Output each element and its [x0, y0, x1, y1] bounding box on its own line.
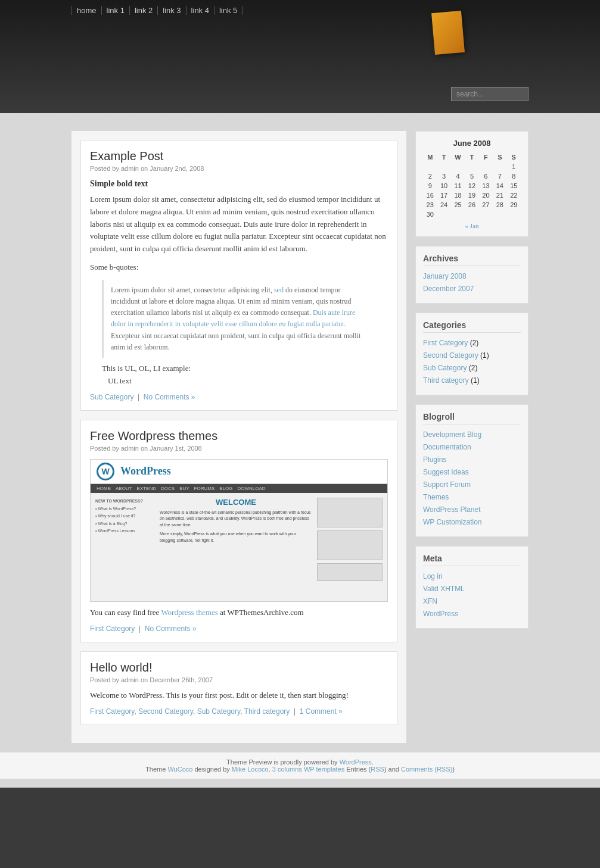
cal-prev-link[interactable]: « Jan — [465, 222, 479, 229]
post-cat-link-3d[interactable]: Third category — [244, 707, 290, 716]
post-image: W WordPress HOME ABOUT EXTEND DOCS BUY F… — [90, 459, 388, 602]
post-meta: Posted by admin on January 2nd, 2008 — [90, 165, 388, 172]
list-label: This is UL, OL, LI example: — [102, 364, 191, 373]
post-cat-link-3c[interactable]: Sub Category — [197, 707, 241, 716]
blockquote-link[interactable]: sed — [274, 286, 284, 294]
meta-item-wordpress: WordPress — [423, 608, 521, 619]
cal-week-5: 23 24 25 26 27 28 29 — [423, 200, 521, 210]
footer-3col-link[interactable]: 3 columns WP templates — [272, 766, 344, 773]
blogroll-link-plugins[interactable]: Plugins — [423, 455, 446, 464]
footer-theme-link[interactable]: WuCoco — [167, 766, 192, 773]
meta-list: Log in Valid XHTML XFN WordPress — [423, 571, 521, 619]
post-example: Example Post Posted by admin on January … — [80, 140, 397, 411]
blockquote-link2[interactable]: Duis aute irure dolor in reprehenderit i… — [111, 308, 355, 328]
archive-link-dec[interactable]: December 2007 — [423, 285, 474, 293]
nav-link4[interactable]: link 4 — [186, 6, 214, 15]
nav-link1[interactable]: link 1 — [102, 6, 130, 15]
meta-link-login[interactable]: Log in — [423, 572, 443, 580]
meta-link-xfn[interactable]: XFN — [423, 597, 437, 605]
blogroll-item-support: Support Forum — [423, 479, 521, 490]
blogroll-link-planet[interactable]: WordPress Planet — [423, 505, 481, 514]
cal-header-f: F — [479, 152, 493, 162]
nav-home[interactable]: home — [71, 6, 102, 15]
category-link-sub[interactable]: Sub Category — [423, 364, 467, 372]
blogroll-link-suggest[interactable]: Suggest Ideas — [423, 468, 469, 476]
header: home link 1 link 2 link 3 link 4 link 5 — [0, 0, 600, 113]
ul-item: UL text — [108, 376, 388, 386]
category-item-sub: Sub Category (2) — [423, 363, 521, 373]
footer-author-link[interactable]: Mike Lococo — [232, 766, 269, 773]
post-footer-2: First Category | No Comments » — [90, 625, 388, 633]
cal-week-4: 16 17 18 19 20 21 22 — [423, 191, 521, 200]
wp-nav: HOME ABOUT EXTEND DOCS BUY FORUMS BLOG D… — [91, 484, 387, 493]
blogroll-item-docs: Documentation — [423, 442, 521, 452]
wp-logo-text: WordPress — [120, 465, 171, 477]
post-footer: Sub Category | No Comments » — [90, 393, 388, 401]
post-footer-3: First Category, Second Category, Sub Cat… — [90, 707, 388, 716]
category-item-first: First Category (2) — [423, 338, 521, 348]
nav-link5[interactable]: link 5 — [214, 6, 243, 15]
blogroll-link-themes[interactable]: Themes — [423, 493, 449, 501]
footer-wp-link[interactable]: WordPress — [340, 758, 372, 766]
post-meta-3: Posted by admin on December 26th, 2007 — [90, 676, 388, 683]
post-cat-link-3a[interactable]: First Category — [90, 707, 134, 716]
blogroll-item-wpcustom: WP Customization — [423, 517, 521, 527]
post-cat-link-3b[interactable]: Second Category — [138, 707, 193, 716]
category-count-second: (1) — [480, 351, 489, 360]
categories-widget: Categories First Category (2) Second Cat… — [415, 313, 529, 395]
blogroll-link-dev[interactable]: Development Blog — [423, 430, 481, 439]
wordpress-themes-link[interactable]: Wordpress themes — [161, 608, 217, 617]
search-input[interactable] — [451, 87, 529, 101]
nav-link3[interactable]: link 3 — [158, 6, 186, 15]
post-comments-link-2[interactable]: No Comments » — [145, 625, 197, 633]
blogroll-link-support[interactable]: Support Forum — [423, 480, 471, 489]
cal-header-w: W — [451, 152, 465, 162]
blogroll-item-themes: Themes — [423, 492, 521, 502]
footer: Theme Preview is proudly powered by Word… — [0, 752, 600, 779]
cal-header-m: M — [423, 152, 437, 162]
calendar-widget: June 2008 M T W T F S S — [415, 131, 529, 237]
category-count-third: (1) — [471, 376, 480, 385]
wp-body: NEW TO WORDPRESS? • What is WordPress? •… — [91, 493, 387, 602]
main-content: Example Post Posted by admin on January … — [71, 131, 406, 743]
post-title-3: Hello world! — [90, 661, 388, 675]
cal-week-2: 2 3 4 5 6 7 8 — [423, 171, 521, 181]
nav-link2[interactable]: link 2 — [130, 6, 158, 15]
cal-week-6: 30 — [423, 210, 521, 219]
meta-link-wordpress[interactable]: WordPress — [423, 610, 458, 618]
footer-line1: Theme Preview is proudly powered by Word… — [71, 758, 529, 766]
post-category-link[interactable]: Sub Category — [90, 393, 133, 401]
meta-item-xhtml: Valid XHTML — [423, 583, 521, 594]
footer-line2: Theme WuCoco designed by Mike Lococo. 3 … — [71, 766, 529, 773]
category-link-first[interactable]: First Category — [423, 339, 468, 347]
wp-screenshots — [317, 498, 383, 597]
category-link-third[interactable]: Third category — [423, 376, 469, 385]
categories-list: First Category (2) Second Category (1) S… — [423, 338, 521, 386]
category-item-third: Third category (1) — [423, 375, 521, 386]
post-body-2: You can easy find free Wordpress themes … — [90, 608, 388, 617]
footer-rss1-link[interactable]: RSS — [371, 766, 384, 773]
cal-week-1: 1 — [423, 162, 521, 171]
calendar-nav: « Jan — [423, 222, 521, 229]
category-link-second[interactable]: Second Category — [423, 351, 478, 360]
meta-widget: Meta Log in Valid XHTML XFN WordPress — [415, 546, 529, 629]
blogroll-item-planet: WordPress Planet — [423, 504, 521, 515]
blogroll-item-dev: Development Blog — [423, 429, 521, 440]
post-bold-heading: Simple bold text — [90, 179, 388, 189]
blogroll-link-docs[interactable]: Documentation — [423, 443, 471, 451]
post-body: Lorem ipsum dolor sit amet, consectetur … — [90, 193, 388, 255]
blogroll-link-wpcustom[interactable]: WP Customization — [423, 518, 481, 526]
post-comments-link[interactable]: No Comments » — [144, 393, 195, 401]
meta-title: Meta — [423, 554, 521, 566]
footer-rss2-link[interactable]: Comments (RSS) — [401, 766, 452, 773]
post-cat-link-2[interactable]: First Category — [90, 625, 135, 633]
archive-link-jan[interactable]: January 2008 — [423, 272, 467, 280]
post-hello-world: Hello world! Posted by admin on December… — [80, 651, 397, 725]
nav-bar: home link 1 link 2 link 3 link 4 link 5 — [0, 0, 600, 15]
post-comments-link-3[interactable]: 1 Comment » — [300, 707, 343, 716]
calendar-table: M T W T F S S — [423, 152, 521, 219]
meta-item-xfn: XFN — [423, 596, 521, 607]
meta-item-login: Log in — [423, 571, 521, 582]
meta-link-xhtml[interactable]: Valid XHTML — [423, 585, 465, 593]
archive-item-dec: December 2007 — [423, 283, 521, 294]
